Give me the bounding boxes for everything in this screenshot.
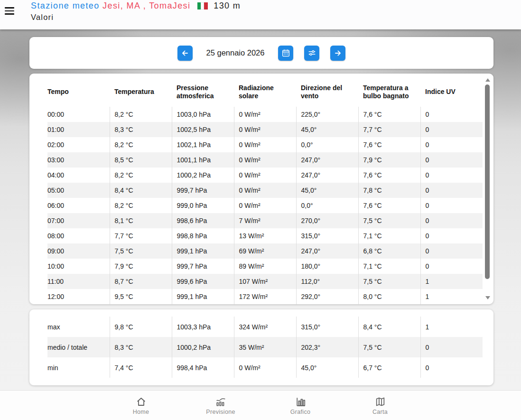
table-cell: medio / totale bbox=[47, 337, 110, 357]
table-cell: 998,8 hPa bbox=[172, 228, 234, 243]
table-body: 00:008,2 °C1003,0 hPa0 W/m²225,0°7,6 °C0… bbox=[47, 107, 483, 304]
table-cell: 7,5 °C bbox=[110, 243, 172, 259]
next-day-button[interactable] bbox=[330, 46, 345, 61]
bottom-nav: Home Previsione Grafico Carta bbox=[0, 390, 521, 420]
table-scrollbar[interactable] bbox=[484, 78, 491, 299]
table-cell: 225,0° bbox=[296, 107, 358, 122]
nav-item-previsione[interactable]: Previsione bbox=[192, 396, 249, 415]
table-cell: 1003,0 hPa bbox=[172, 107, 234, 122]
nav-label: Previsione bbox=[206, 409, 235, 415]
table-cell: 69 W/m² bbox=[234, 243, 296, 259]
bar-chart-icon bbox=[295, 396, 307, 408]
table-cell: 0 W/m² bbox=[234, 122, 296, 137]
table-cell: 7,1 °C bbox=[358, 259, 420, 274]
table-cell: 7 W/m² bbox=[234, 213, 296, 228]
table-cell: 1002,1 hPa bbox=[172, 137, 234, 152]
table-cell: 8,7 °C bbox=[110, 274, 172, 289]
summary-card: max9,8 °C1003,3 hPa324 W/m²315,0°8,4 °C1… bbox=[29, 309, 493, 385]
table-cell: 7,6 °C bbox=[358, 168, 420, 183]
values-table-card: Tempo Temperatura Pressione atmosferica … bbox=[29, 74, 493, 304]
table-cell: 0 W/m² bbox=[234, 152, 296, 168]
date-label: 25 gennaio 2026 bbox=[204, 48, 268, 57]
table-cell: 7,8 °C bbox=[358, 183, 420, 198]
table-cell: 0 W/m² bbox=[234, 357, 296, 378]
col-header-direzione-vento: Direzione del vento bbox=[296, 80, 358, 107]
table-cell: 8,2 °C bbox=[110, 137, 172, 152]
table-cell: 180,0° bbox=[296, 259, 358, 274]
table-cell: 0 W/m² bbox=[234, 198, 296, 213]
table-cell: 999,1 hPa bbox=[172, 243, 234, 259]
table-cell: 8,0 °C bbox=[358, 289, 420, 304]
table-cell: 7,5 °C bbox=[358, 274, 420, 289]
nav-item-grafico[interactable]: Grafico bbox=[272, 396, 329, 415]
sliders-icon bbox=[307, 48, 316, 57]
table-cell: 7,5 °C bbox=[358, 337, 420, 357]
table-row: 04:008,2 °C1000,2 hPa0 W/m²247,0°7,6 °C0 bbox=[47, 168, 483, 183]
table-cell: 0 W/m² bbox=[234, 107, 296, 122]
table-cell: 8,2 °C bbox=[110, 168, 172, 183]
arrow-left-icon bbox=[180, 48, 190, 58]
table-cell: 8,4 °C bbox=[358, 317, 420, 337]
table-cell: 45,0° bbox=[296, 183, 358, 198]
table-cell: 1002,5 hPa bbox=[172, 122, 234, 137]
table-cell: 7,7 °C bbox=[358, 122, 420, 137]
scroll-up-icon[interactable] bbox=[485, 78, 490, 82]
table-header-row: Tempo Temperatura Pressione atmosferica … bbox=[47, 80, 483, 107]
table-cell: 8,4 °C bbox=[110, 183, 172, 198]
nav-label: Home bbox=[133, 409, 149, 415]
table-cell: 1003,3 hPa bbox=[172, 317, 234, 337]
date-nav-card: 25 gennaio 2026 bbox=[29, 37, 493, 69]
table-cell: 0 bbox=[420, 228, 483, 243]
table-cell: 8,3 °C bbox=[110, 122, 172, 137]
table-row: 03:008,5 °C1001,1 hPa0 W/m²247,0°7,9 °C0 bbox=[47, 152, 483, 168]
table-row: 01:008,3 °C1002,5 hPa0 W/m²45,0°7,7 °C0 bbox=[47, 122, 483, 137]
summary-body: max9,8 °C1003,3 hPa324 W/m²315,0°8,4 °C1… bbox=[47, 317, 483, 378]
table-cell: 247,0° bbox=[296, 243, 358, 259]
nav-item-home[interactable]: Home bbox=[112, 396, 169, 415]
table-row: 00:008,2 °C1003,0 hPa0 W/m²225,0°7,6 °C0 bbox=[47, 107, 483, 122]
table-cell: 999,1 hPa bbox=[172, 289, 234, 304]
table-cell: 998,4 hPa bbox=[172, 357, 234, 378]
table-cell: 998,6 hPa bbox=[172, 213, 234, 228]
table-cell: max bbox=[47, 317, 110, 337]
table-row: 08:007,7 °C998,8 hPa13 W/m²315,0°7,1 °C0 bbox=[47, 228, 483, 243]
filter-settings-button[interactable] bbox=[304, 46, 319, 61]
table-cell: 270,0° bbox=[296, 213, 358, 228]
table-row: max9,8 °C1003,3 hPa324 W/m²315,0°8,4 °C1 bbox=[47, 317, 483, 337]
summary-table: max9,8 °C1003,3 hPa324 W/m²315,0°8,4 °C1… bbox=[47, 317, 483, 378]
col-header-bulbo-bagnato: Temperatura a bulbo bagnato bbox=[358, 80, 420, 107]
table-cell: 0,0° bbox=[296, 137, 358, 152]
table-cell: 8,1 °C bbox=[110, 213, 172, 228]
scrollbar-thumb[interactable] bbox=[485, 84, 490, 279]
scroll-down-icon[interactable] bbox=[485, 296, 490, 299]
table-cell: 12:00 bbox=[47, 289, 110, 304]
table-cell: 7,9 °C bbox=[110, 259, 172, 274]
calendar-button[interactable] bbox=[278, 46, 293, 61]
table-cell: 0 bbox=[420, 213, 483, 228]
values-table: Tempo Temperatura Pressione atmosferica … bbox=[47, 80, 483, 304]
table-row: 07:008,1 °C998,6 hPa7 W/m²270,0°7,5 °C0 bbox=[47, 213, 483, 228]
table-cell: 10:00 bbox=[47, 259, 110, 274]
table-cell: 0 bbox=[420, 198, 483, 213]
table-cell: 8,2 °C bbox=[110, 107, 172, 122]
table-cell: 8,3 °C bbox=[110, 337, 172, 357]
table-cell: 7,5 °C bbox=[358, 213, 420, 228]
table-cell: 247,0° bbox=[296, 152, 358, 168]
table-cell: 1 bbox=[420, 317, 483, 337]
table-cell: 8,2 °C bbox=[110, 198, 172, 213]
table-cell: 7,1 °C bbox=[358, 228, 420, 243]
table-cell: 202,3° bbox=[296, 337, 358, 357]
table-cell: 0 W/m² bbox=[234, 137, 296, 152]
prev-day-button[interactable] bbox=[177, 46, 193, 61]
app-bar: Stazione meteo Jesi, MA , TomaJesi 130 m… bbox=[0, 0, 521, 29]
table-cell: 7,6 °C bbox=[358, 137, 420, 152]
table-cell: 1 bbox=[420, 289, 483, 304]
menu-icon[interactable] bbox=[5, 7, 14, 15]
col-header-temperatura: Temperatura bbox=[110, 80, 172, 107]
table-cell: 0 bbox=[420, 107, 483, 122]
table-cell: 7,6 °C bbox=[358, 198, 420, 213]
nav-item-carta[interactable]: Carta bbox=[352, 396, 409, 415]
table-cell: 999,7 hPa bbox=[172, 259, 234, 274]
forecast-chart-icon bbox=[215, 396, 227, 408]
table-cell: min bbox=[47, 357, 110, 378]
